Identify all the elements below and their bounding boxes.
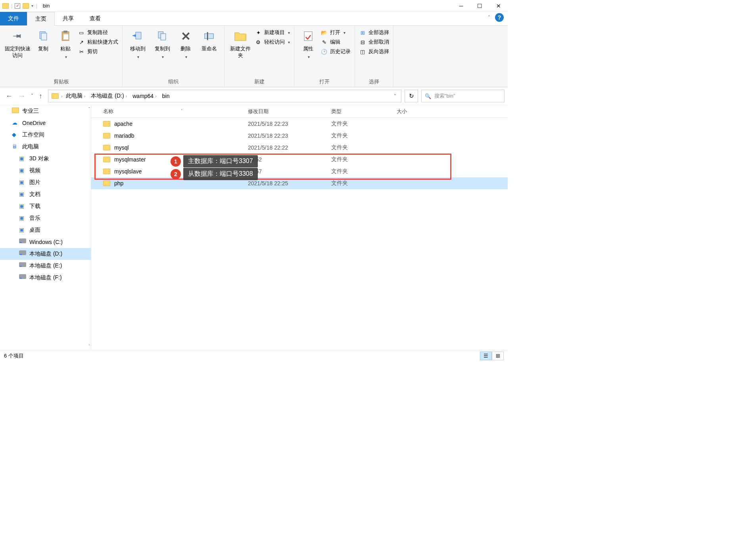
select-all-button[interactable]: ⊞全部选择 <box>359 29 389 36</box>
tree-item[interactable]: ▣桌面 <box>0 224 91 236</box>
history-icon: 🕑 <box>320 48 328 55</box>
new-item-icon: ✦ <box>255 29 262 36</box>
tree-item[interactable]: ▣3D 对象 <box>0 153 91 165</box>
tree-item-label: 本地磁盘 (E:) <box>29 262 62 269</box>
breadcrumb-item[interactable]: 此电脑› <box>63 91 88 101</box>
col-header-name[interactable]: 名称 ˆ <box>91 108 248 115</box>
details-view-button[interactable]: ☰ <box>480 352 492 360</box>
new-folder-icon <box>233 29 248 43</box>
view-mode-buttons: ☰ ⊞ <box>480 352 504 360</box>
easy-access-button[interactable]: ⚙轻松访问▾ <box>255 38 290 46</box>
select-none-button[interactable]: ⊟全部取消 <box>359 38 389 46</box>
scroll-up-icon[interactable]: ˆ <box>88 107 90 111</box>
group-label: 新建 <box>228 77 290 86</box>
new-item-button[interactable]: ✦新建项目▾ <box>255 29 290 36</box>
tree-item-label: Windows (C:) <box>29 239 63 245</box>
col-header-size[interactable]: 大小 <box>397 108 444 115</box>
icons-view-button[interactable]: ⊞ <box>492 352 504 360</box>
invert-select-button[interactable]: ◫反向选择 <box>359 48 389 55</box>
tree-item-label: 本地磁盘 (D:) <box>29 250 62 258</box>
tab-share[interactable]: 共享 <box>55 12 82 25</box>
tree-item[interactable]: 本地磁盘 (F:) <box>0 272 91 284</box>
tree-item[interactable]: 本地磁盘 (D:) <box>0 248 91 260</box>
tab-home[interactable]: 主页 <box>27 12 55 26</box>
minimize-button[interactable]: ─ <box>452 0 470 12</box>
folder-icon <box>2 3 9 9</box>
col-header-date[interactable]: 修改日期 <box>248 108 331 115</box>
shortcut-icon: ↗ <box>78 38 85 46</box>
sort-indicator-icon: ˆ <box>181 109 182 113</box>
tree-item-icon <box>12 108 19 115</box>
tree-item[interactable]: Windows (C:) <box>0 236 91 248</box>
content: ˆ 专业三☁OneDrive◆工作空间🖥此电脑▣3D 对象▣视频▣图片▣文档▣下… <box>0 105 508 350</box>
copyto-icon <box>155 29 169 43</box>
file-date: 2021/5/18 22:25 <box>248 180 331 186</box>
properties-icon <box>301 29 315 43</box>
breadcrumb-item[interactable]: 本地磁盘 (D:)› <box>88 91 129 101</box>
forward-button[interactable]: → <box>18 92 25 100</box>
tree-item[interactable]: 本地磁盘 (E:) <box>0 260 91 272</box>
breadcrumb-item[interactable]: wamp64› <box>130 91 159 101</box>
file-name: mysql <box>114 144 129 151</box>
history-button[interactable]: 🕑历史记录 <box>320 48 351 55</box>
copy-button[interactable]: 复制 <box>33 27 53 54</box>
back-button[interactable]: ← <box>6 92 13 100</box>
tab-file[interactable]: 文件 <box>0 12 27 25</box>
address-dropdown-icon[interactable]: ˅ <box>394 94 396 99</box>
up-button[interactable]: ↑ <box>39 92 42 100</box>
close-button[interactable]: ✕ <box>489 0 508 12</box>
folder-icon <box>103 133 110 138</box>
separator: | <box>11 3 12 9</box>
scroll-down-icon[interactable]: ˇ <box>88 344 90 349</box>
search-input[interactable]: 🔍 搜索"bin" <box>421 90 505 102</box>
help-icon[interactable]: ? <box>495 13 504 22</box>
titlebar-dropdown-icon[interactable]: ▾ <box>31 4 33 8</box>
refresh-button[interactable]: ↻ <box>405 90 418 102</box>
tree-item[interactable]: ▣图片 <box>0 177 91 188</box>
paste-shortcut-button[interactable]: ↗粘贴快捷方式 <box>78 38 118 46</box>
titlebar: | ✓ ▾ | bin ─ ☐ ✕ <box>0 0 508 12</box>
file-row[interactable]: apache2021/5/18 22:23文件夹 <box>91 118 508 130</box>
tree-item[interactable]: ☁OneDrive <box>0 117 91 129</box>
tree-item[interactable]: 专业三 <box>0 105 91 117</box>
tab-view[interactable]: 查看 <box>82 12 109 25</box>
nav-arrows: ← → ˅ ↑ <box>3 92 45 100</box>
ribbon-collapse-icon[interactable]: ˆ <box>488 15 490 21</box>
tree-item[interactable]: ▣视频 <box>0 165 91 177</box>
copy-path-button[interactable]: ▭复制路径 <box>78 29 118 36</box>
rename-button[interactable]: 重命名 <box>198 27 220 54</box>
pin-icon <box>8 26 28 46</box>
tree-item-label: 视频 <box>29 167 40 174</box>
invert-icon: ◫ <box>359 48 366 55</box>
file-name: php <box>114 180 123 186</box>
file-row[interactable]: mariadb2021/5/18 22:23文件夹 <box>91 130 508 142</box>
tree-item[interactable]: ▣音乐 <box>0 212 91 224</box>
tree-item[interactable]: ▣文档 <box>0 188 91 200</box>
breadcrumb-item[interactable]: bin <box>160 91 172 101</box>
annotation-highlight-box <box>94 154 451 180</box>
cut-button[interactable]: ✂剪切 <box>78 48 118 55</box>
open-button[interactable]: 📂打开▾ <box>320 29 351 36</box>
paste-button[interactable]: 粘贴 ▾ <box>56 27 75 61</box>
maximize-button[interactable]: ☐ <box>470 0 489 12</box>
col-header-type[interactable]: 类型 <box>331 108 397 115</box>
annotation-1: 1 主数据库：端口号3307 <box>171 155 258 167</box>
new-folder-button[interactable]: 新建文件夹 <box>228 27 252 61</box>
move-to-button[interactable]: 移动到▾ <box>127 27 149 61</box>
tree-item[interactable]: 🖥此电脑 <box>0 141 91 153</box>
address-bar[interactable]: › 此电脑› 本地磁盘 (D:)› wamp64› bin ˅ <box>48 90 401 102</box>
chevron-right-icon[interactable]: › <box>61 94 63 98</box>
tree-item[interactable]: ▣下载 <box>0 200 91 212</box>
delete-button[interactable]: ✕ 删除▾ <box>176 27 196 61</box>
tree-item[interactable]: ◆工作空间 <box>0 129 91 141</box>
tree-item-label: 文档 <box>29 191 40 198</box>
pin-button[interactable]: 固定到快速访问 <box>4 27 31 61</box>
file-row[interactable]: mysql2021/5/18 22:22文件夹 <box>91 142 508 154</box>
properties-button[interactable]: 属性▾ <box>298 27 318 61</box>
folder-icon <box>23 3 29 9</box>
copy-to-button[interactable]: 复制到▾ <box>151 27 173 61</box>
nav-tree[interactable]: ˆ 专业三☁OneDrive◆工作空间🖥此电脑▣3D 对象▣视频▣图片▣文档▣下… <box>0 105 91 350</box>
edit-button[interactable]: ✎编辑 <box>320 38 351 46</box>
recent-dropdown[interactable]: ˅ <box>31 93 33 99</box>
quickaccess-check-icon[interactable]: ✓ <box>15 3 20 9</box>
